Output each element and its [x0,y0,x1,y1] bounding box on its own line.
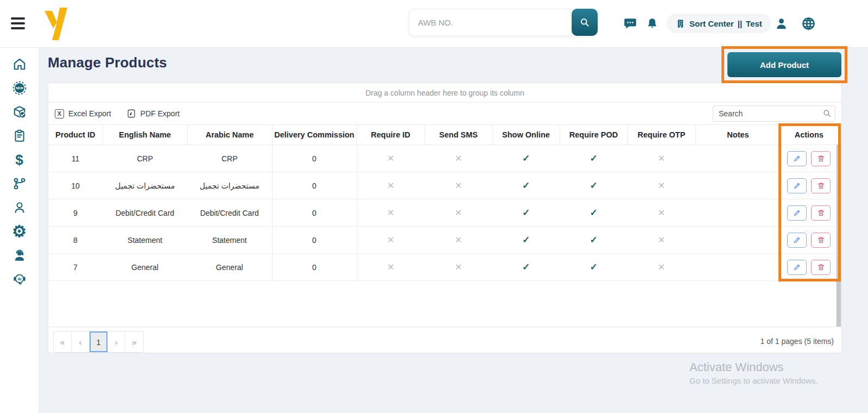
edit-button[interactable] [787,260,807,275]
cell-notes [695,145,781,172]
cross-icon: ✕ [455,235,462,245]
sidebar-item-support-agent[interactable] [8,243,31,267]
svg-text:AI: AI [17,277,21,281]
edit-button[interactable] [787,151,807,166]
add-product-button[interactable]: Add Product [727,52,841,77]
cell-require-pod: ✓ [560,254,628,281]
page-title: Manage Products [48,54,167,71]
edit-button[interactable] [787,233,807,248]
cell-require-pod: ✓ [560,172,628,199]
pencil-icon [793,263,801,271]
bell-icon[interactable] [644,15,660,32]
excel-icon: X [55,109,64,118]
grid-toolbar: X Excel Export PDF Export [48,103,841,124]
delete-button[interactable] [811,233,831,248]
check-icon: ✓ [590,262,597,272]
scrollbar-thumb[interactable] [837,145,841,353]
awb-search-input[interactable] [409,9,572,35]
branch-icon [12,177,27,191]
brand-logo[interactable] [39,4,72,43]
delete-button[interactable] [811,151,831,166]
delete-button[interactable] [811,260,831,275]
cross-icon: ✕ [455,181,462,190]
hamburger-menu-icon[interactable] [11,17,25,29]
cell-english-name: General [103,254,187,281]
excel-export-button[interactable]: X Excel Export [55,109,111,118]
col-header-require-id[interactable]: Require ID [357,125,425,145]
col-header-delivery-commission[interactable]: Delivery Commission [272,125,357,145]
page-number-button[interactable]: 1 [90,331,107,352]
cell-product-id: 11 [48,145,103,172]
col-header-send-sms[interactable]: Send SMS [425,125,492,145]
cross-icon: ✕ [387,208,394,217]
search-icon [579,17,590,28]
pdf-export-label: PDF Export [141,109,180,118]
pencil-icon [793,209,801,217]
chat-icon[interactable] [622,15,638,32]
cross-icon: ✕ [387,154,394,163]
sidebar-item-user-outline[interactable] [8,196,31,220]
cell-delivery-commission: 0 [272,199,357,227]
grid-row: 10مستحضرات تجميلمستحضرات تجميل0✕✕✓✓✕ [48,172,837,199]
cell-actions [781,254,837,281]
sidebar-item-clipboard[interactable] [8,124,31,148]
cross-icon: ✕ [455,154,462,163]
next-page-button[interactable]: › [107,331,125,352]
col-header-require-otp[interactable]: Require OTP [628,125,695,145]
grid-row: 7GeneralGeneral0✕✕✓✓✕ [48,254,837,281]
user-icon[interactable] [773,15,789,32]
pdf-export-button[interactable]: PDF Export [126,109,180,118]
cell-product-id: 7 [48,254,103,281]
col-header-notes[interactable]: Notes [695,125,781,145]
check-icon: ✓ [590,208,597,218]
globe-icon[interactable] [800,15,816,32]
cross-icon: ✕ [658,208,665,217]
sidebar-item-new-orders[interactable]: NEW [8,76,31,100]
delete-button[interactable] [811,205,831,221]
sidebar-item-package-check[interactable] [8,100,31,124]
cell-show-online: ✓ [492,227,560,254]
cross-icon: ✕ [387,235,394,245]
cell-show-online: ✓ [492,172,560,199]
edit-button[interactable] [787,178,807,193]
col-header-require-pod[interactable]: Require POD [560,125,628,145]
grid-row: 11CRPCRP0✕✕✓✓✕ [48,145,837,172]
cell-english-name: Statement [103,227,187,254]
sidebar-item-branch[interactable] [8,172,31,196]
col-header-show-online[interactable]: Show Online [492,125,560,145]
cell-require-id: ✕ [357,172,425,199]
pencil-icon [793,154,801,162]
delete-button[interactable] [811,178,831,193]
cell-product-id: 8 [48,227,103,254]
prev-page-button[interactable]: ‹ [72,331,90,352]
sidebar-item-ai-support[interactable]: AI [8,267,31,291]
awb-search-button[interactable] [572,9,598,36]
branch-selector[interactable]: Sort Center || Test [667,14,771,33]
col-header-arabic-name[interactable]: Arabic Name [187,125,272,145]
grid-search-input[interactable] [713,105,835,122]
pdf-icon [126,109,136,118]
sidebar-item-dollar[interactable]: $ [8,148,31,172]
cell-actions [781,227,837,254]
pencil-icon [793,236,801,244]
col-header-product-id[interactable]: Product ID [48,125,103,145]
last-page-button[interactable]: » [125,331,143,352]
trash-icon [817,209,825,217]
cell-arabic-name: مستحضرات تجميل [187,172,272,199]
cell-require-otp: ✕ [628,227,695,254]
first-page-button[interactable]: « [54,331,72,352]
cell-require-otp: ✕ [628,254,695,281]
new-orders-icon: NEW [12,81,27,95]
branch-separator: || [738,19,742,28]
cross-icon: ✕ [658,235,665,245]
pagination-summary: 1 of 1 pages (5 items) [761,337,834,346]
grid-search-box [713,105,835,122]
sidebar-item-home[interactable] [8,52,31,76]
sidebar-item-settings-gear[interactable]: ⚙ [8,220,31,243]
cell-notes [695,254,781,281]
col-header-english-name[interactable]: English Name [103,125,187,145]
trash-icon [817,154,825,162]
cell-require-id: ✕ [357,199,425,227]
edit-button[interactable] [787,205,807,221]
cell-arabic-name: Statement [187,227,272,254]
